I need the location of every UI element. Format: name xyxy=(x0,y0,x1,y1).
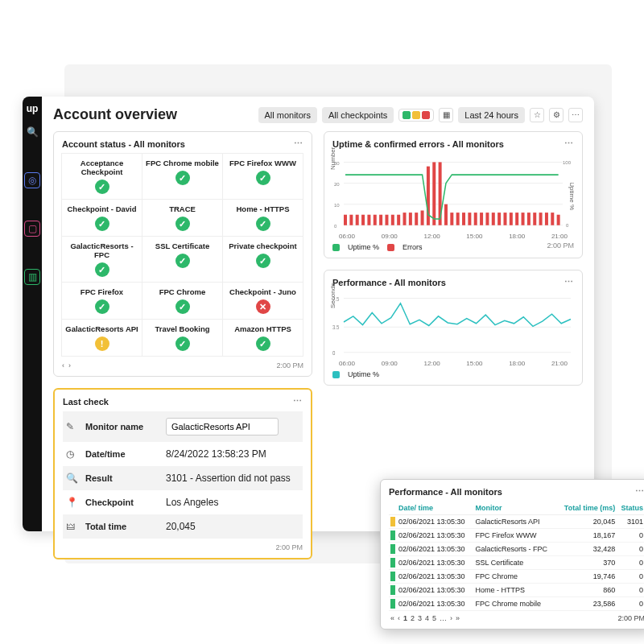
nav-icon-2[interactable]: ▢ xyxy=(24,221,40,237)
pager-item[interactable]: 2 xyxy=(409,614,416,622)
layout-grid-icon[interactable]: ▦ xyxy=(439,108,453,122)
status-cell[interactable]: FPC Firefox WWW✓ xyxy=(222,153,303,200)
card-title: Performance - All monitors xyxy=(332,278,446,287)
status-icon: ✓ xyxy=(256,254,270,268)
status-cell[interactable]: FPC Firefox✓ xyxy=(61,282,142,320)
status-cell[interactable]: GalacticResorts - FPC✓ xyxy=(61,236,142,283)
last-check-row: 🔍Result3101 - Assertion did not pass xyxy=(63,466,303,490)
app-window: up 🔍 ◎ ▢ ▥ Account overview All monitors… xyxy=(23,97,594,531)
status-cell[interactable]: TRACE✓ xyxy=(142,199,223,237)
table-row[interactable]: 02/06/2021 13:05:30Home - HTTPS8600 xyxy=(389,584,644,597)
status-cell[interactable]: Amazon HTTPS✓ xyxy=(222,319,303,357)
card-menu-icon[interactable]: ⋯ xyxy=(564,277,574,287)
status-cell[interactable]: SSL Certificate✓ xyxy=(142,236,223,283)
col-monitor[interactable]: Monitor xyxy=(474,502,557,515)
status-cell[interactable]: Checkpoint - Juno✕ xyxy=(222,282,303,320)
status-bar-icon xyxy=(390,572,395,581)
table-pager[interactable]: «‹12345…›» xyxy=(389,614,461,622)
row-label: Date/time xyxy=(85,449,166,459)
card-timestamp: 2:00 PM xyxy=(617,614,644,622)
x-ticks: 06:0009:0012:0015:0018:0021:00 xyxy=(332,233,574,240)
monitor-label: Acceptance Checkpoint xyxy=(65,159,138,176)
status-cell[interactable]: Checkpoint - David✓ xyxy=(61,199,142,237)
status-icon: ✓ xyxy=(175,336,190,351)
table-row[interactable]: 02/06/2021 13:05:30FPC Chrome mobile23,5… xyxy=(389,597,644,611)
status-cell[interactable]: Travel Booking✓ xyxy=(142,319,223,357)
cell-status: 0 xyxy=(617,570,644,584)
table-row[interactable]: 02/06/2021 13:05:30GalacticResorts - FPC… xyxy=(389,543,644,556)
x-tick: 18:00 xyxy=(509,233,525,240)
cell-status: 0 xyxy=(617,597,644,611)
col-datetime[interactable]: Date/ time xyxy=(397,502,474,515)
monitor-label: Travel Booking xyxy=(146,324,219,333)
table-row[interactable]: 02/06/2021 13:05:30FPC Firefox WWW18,167… xyxy=(389,529,644,543)
cell-status: 0 xyxy=(617,543,644,556)
svg-text:0: 0 xyxy=(332,350,336,356)
card-menu-icon[interactable]: ⋯ xyxy=(635,486,644,497)
status-cell[interactable]: Acceptance Checkpoint✓ xyxy=(61,153,142,200)
performance-table-card[interactable]: Performance - All monitors ⋯ Date/ time … xyxy=(380,479,644,630)
time-range[interactable]: Last 24 hours xyxy=(458,107,525,123)
svg-rect-41 xyxy=(527,213,530,225)
pager-item[interactable]: ‹ xyxy=(396,614,402,622)
svg-rect-13 xyxy=(361,215,365,225)
filter-checkpoints[interactable]: All checkpoints xyxy=(322,107,394,123)
monitor-name-input[interactable] xyxy=(166,418,279,436)
status-cell[interactable]: FPC Chrome✓ xyxy=(142,282,223,320)
cell-datetime: 02/06/2021 13:05:30 xyxy=(397,570,474,584)
cell-datetime: 02/06/2021 13:05:30 xyxy=(397,515,474,529)
svg-rect-32 xyxy=(474,213,477,225)
overflow-icon[interactable]: ⋯ xyxy=(568,108,583,122)
table-row[interactable]: 02/06/2021 13:05:30FPC Chrome19,7460 xyxy=(389,570,644,584)
card-timestamp: 2:00 PM xyxy=(275,543,303,551)
chart-legend: Uptime % xyxy=(332,370,574,378)
status-pager[interactable]: ‹ › xyxy=(62,361,71,369)
status-bar-icon xyxy=(390,599,395,609)
table-row[interactable]: 02/06/2021 13:05:30GalacticResorts API20… xyxy=(389,515,644,529)
star-icon[interactable]: ☆ xyxy=(530,108,544,122)
svg-rect-44 xyxy=(545,213,548,225)
monitor-label: Checkpoint - David xyxy=(65,204,138,213)
status-icon: ✕ xyxy=(256,299,270,314)
svg-rect-43 xyxy=(539,213,543,225)
status-grid: Acceptance Checkpoint✓FPC Chrome mobile✓… xyxy=(62,154,303,357)
pager-item[interactable]: 4 xyxy=(423,614,431,622)
status-cell[interactable]: GalacticResorts API! xyxy=(61,319,142,357)
col-total-time[interactable]: Total time (ms) xyxy=(557,502,617,515)
svg-rect-10 xyxy=(344,215,347,225)
status-icon: ✓ xyxy=(175,254,190,268)
pager-item[interactable]: 3 xyxy=(416,614,423,622)
svg-rect-12 xyxy=(356,215,359,225)
gear-icon[interactable]: ⚙ xyxy=(549,108,564,122)
status-cell[interactable]: Home - HTTPS✓ xyxy=(222,199,303,237)
svg-rect-23 xyxy=(421,211,424,225)
nav-icon-1[interactable]: ◎ xyxy=(24,172,40,188)
pager-item[interactable]: 1 xyxy=(402,614,409,622)
filter-monitors[interactable]: All monitors xyxy=(258,107,317,123)
pager-item[interactable]: « xyxy=(389,614,396,622)
x-tick: 18:00 xyxy=(509,360,525,367)
svg-rect-25 xyxy=(432,162,436,225)
x-tick: 15:00 xyxy=(466,360,482,367)
status-filter[interactable] xyxy=(398,109,434,122)
pager-item[interactable]: … xyxy=(438,614,448,622)
col-status[interactable]: Status xyxy=(617,502,644,515)
row-value: 20,045 xyxy=(166,521,299,532)
last-check-row: 🜲Total time20,045 xyxy=(63,514,303,539)
nav-icon-3[interactable]: ▥ xyxy=(24,269,40,285)
card-timestamp: 2:00 PM xyxy=(276,361,303,369)
monitor-label: FPC Chrome mobile xyxy=(146,159,219,167)
card-menu-icon[interactable]: ⋯ xyxy=(293,396,303,407)
table-row[interactable]: 02/06/2021 13:05:30SSL Certificate3700 xyxy=(389,556,644,570)
search-icon[interactable]: 🔍 xyxy=(24,124,40,140)
status-cell[interactable]: Private checkpoint✓ xyxy=(222,236,303,283)
pin-icon: 📍 xyxy=(66,497,85,508)
card-menu-icon[interactable]: ⋯ xyxy=(564,138,574,149)
status-cell[interactable]: FPC Chrome mobile✓ xyxy=(142,153,223,200)
status-icon: ✓ xyxy=(175,299,190,314)
cell-datetime: 02/06/2021 13:05:30 xyxy=(397,529,474,543)
pager-item[interactable]: » xyxy=(454,614,461,622)
pager-item[interactable]: 5 xyxy=(431,614,438,622)
last-check-row: ◷Date/time8/24/2022 13:58:23 PM xyxy=(63,442,303,466)
card-menu-icon[interactable]: ⋯ xyxy=(294,138,303,149)
